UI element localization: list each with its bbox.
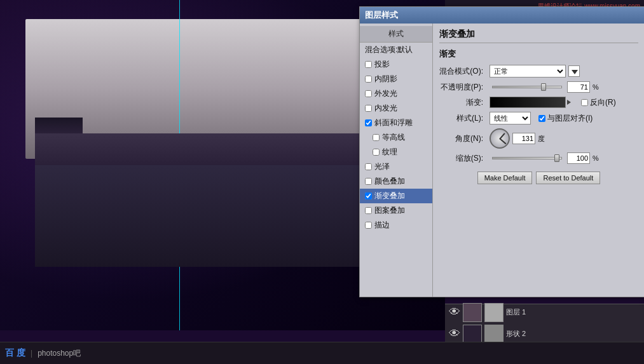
opacity-label: 不透明度(P): [439, 82, 487, 93]
blend-mode-label: 混合模式(O): [439, 66, 487, 77]
styles-header: 样式 [360, 26, 432, 43]
reverse-text: 反向(R) [590, 97, 616, 108]
layer-1-name: 图层 1 [506, 307, 526, 317]
dialog-body: 样式 混合选项:默认 投影 内阴影 外发光 内发光 斜面和 [360, 24, 644, 297]
layer-2-eye-icon[interactable]: 👁 [449, 327, 460, 340]
layer-list: 👁 图层 1 👁 形状 2 [449, 303, 640, 344]
inner-glow-item[interactable]: 内发光 [360, 101, 432, 116]
pattern-overlay-checkbox[interactable] [365, 207, 372, 214]
blend-mode-select[interactable]: 正常 溶解 变暗 [490, 65, 566, 78]
layer-item-2: 👁 形状 2 [449, 325, 640, 344]
satin-checkbox[interactable] [365, 163, 372, 170]
layer-2-thumbnail [463, 325, 482, 344]
color-overlay-item[interactable]: 颜色叠加 [360, 174, 432, 189]
style-row: 样式(L): 线性 径向 角度 与图层对齐(I) [439, 112, 638, 125]
stroke-item[interactable]: 描边 [360, 218, 432, 233]
inner-glow-checkbox[interactable] [365, 105, 372, 112]
blend-options-label: 混合选项:默认 [365, 44, 413, 55]
svg-marker-0 [572, 70, 578, 74]
inner-glow-label: 内发光 [374, 103, 397, 114]
pattern-overlay-item[interactable]: 图案叠加 [360, 203, 432, 218]
contour-checkbox[interactable] [373, 134, 380, 141]
outer-glow-label: 外发光 [374, 88, 397, 99]
button-row: Make Default Reset to Default [439, 172, 638, 184]
gradient-overlay-checkbox[interactable] [365, 192, 372, 199]
taskbar: 百 度 | photoshop吧 [0, 342, 644, 364]
inner-shadow-item[interactable]: 内阴影 [360, 72, 432, 86]
blend-mode-arrow[interactable] [568, 65, 580, 77]
layer-item-1: 👁 图层 1 [449, 303, 640, 322]
anvil-top [35, 133, 410, 165]
layer-2-name: 形状 2 [506, 329, 526, 339]
gradient-arrow[interactable] [567, 100, 571, 105]
angle-label: 角度(N): [439, 133, 487, 144]
style-select[interactable]: 线性 径向 角度 [490, 112, 531, 125]
section-title: 渐变 [439, 48, 638, 60]
layer-2-mask [484, 325, 504, 344]
pattern-overlay-label: 图案叠加 [374, 205, 405, 216]
bevel-emboss-item[interactable]: 斜面和浮雕 [360, 116, 432, 130]
reverse-checkbox[interactable] [581, 99, 588, 106]
make-default-button[interactable]: Make Default [477, 172, 533, 184]
scale-slider-thumb[interactable] [554, 154, 559, 162]
taskbar-logo: 百 度 [5, 347, 25, 359]
blend-options-item[interactable]: 混合选项:默认 [360, 43, 432, 57]
scale-unit: % [593, 154, 599, 162]
anvil-notch-left [35, 118, 83, 133]
anvil-body [35, 165, 410, 267]
color-overlay-label: 颜色叠加 [374, 176, 405, 187]
gradient-row: 渐变: 反向(R) [439, 97, 638, 108]
gradient-overlay-label: 渐变叠加 [374, 191, 405, 201]
angle-needle [499, 138, 506, 144]
outer-glow-checkbox[interactable] [365, 90, 372, 97]
drop-shadow-checkbox[interactable] [365, 61, 372, 68]
dialog-title: 图层样式 [365, 10, 398, 21]
opacity-percent: % [593, 83, 599, 91]
drop-shadow-item[interactable]: 投影 [360, 57, 432, 72]
inner-shadow-label: 内阴影 [374, 74, 397, 84]
taskbar-photoshop: photoshop吧 [38, 348, 81, 359]
contour-label: 等高线 [382, 132, 405, 143]
inner-shadow-checkbox[interactable] [365, 76, 372, 83]
layer-1-thumbnail [463, 303, 482, 322]
reset-default-button[interactable]: Reset to Default [536, 172, 600, 184]
texture-checkbox[interactable] [373, 149, 380, 156]
contour-item[interactable]: 等高线 [360, 130, 432, 145]
scale-slider-track[interactable] [492, 157, 562, 159]
dialog-left-panel: 样式 混合选项:默认 投影 内阴影 外发光 内发光 斜面和 [360, 24, 433, 297]
satin-label: 光泽 [374, 161, 390, 172]
bevel-emboss-label: 斜面和浮雕 [374, 118, 413, 128]
color-overlay-checkbox[interactable] [365, 178, 372, 185]
gradient-preview[interactable] [490, 97, 566, 108]
opacity-input[interactable] [567, 81, 590, 93]
align-label[interactable]: 与图层对齐(I) [538, 113, 593, 124]
baidu-suffix: 度 [17, 347, 25, 359]
texture-item[interactable]: 纹理 [360, 145, 432, 159]
reverse-label[interactable]: 反向(R) [581, 97, 616, 108]
gradient-label: 渐变: [439, 97, 487, 108]
baidu-icon: 百 [5, 347, 14, 359]
gradient-overlay-item[interactable]: 渐变叠加 [360, 189, 432, 203]
dialog-right-panel: 渐变叠加 渐变 混合模式(O): 正常 溶解 变暗 不透明度(P): [433, 24, 644, 297]
stroke-checkbox[interactable] [365, 222, 372, 229]
angle-dial[interactable] [490, 128, 510, 149]
angle-unit: 度 [538, 134, 545, 144]
satin-item[interactable]: 光泽 [360, 159, 432, 174]
dialog-titlebar: 图层样式 [360, 7, 644, 24]
layer-1-eye-icon[interactable]: 👁 [449, 306, 460, 319]
blend-mode-row: 混合模式(O): 正常 溶解 变暗 [439, 65, 638, 78]
angle-input[interactable] [512, 133, 535, 144]
bevel-emboss-checkbox[interactable] [365, 119, 372, 126]
taskbar-separator: | [31, 349, 32, 358]
layer-style-dialog: 图层样式 样式 混合选项:默认 投影 内阴影 外发光 内发光 [359, 6, 644, 297]
outer-glow-item[interactable]: 外发光 [360, 86, 432, 101]
scale-input[interactable] [567, 152, 590, 164]
align-checkbox[interactable] [538, 115, 545, 122]
opacity-row: 不透明度(P): % [439, 81, 638, 93]
opacity-slider-thumb[interactable] [541, 83, 546, 91]
stroke-label: 描边 [374, 220, 390, 231]
texture-label: 纹理 [382, 147, 397, 158]
layer-panel: 👁 图层 1 👁 形状 2 [445, 304, 644, 342]
style-label: 样式(L): [439, 113, 487, 124]
opacity-slider-track[interactable] [492, 86, 562, 88]
